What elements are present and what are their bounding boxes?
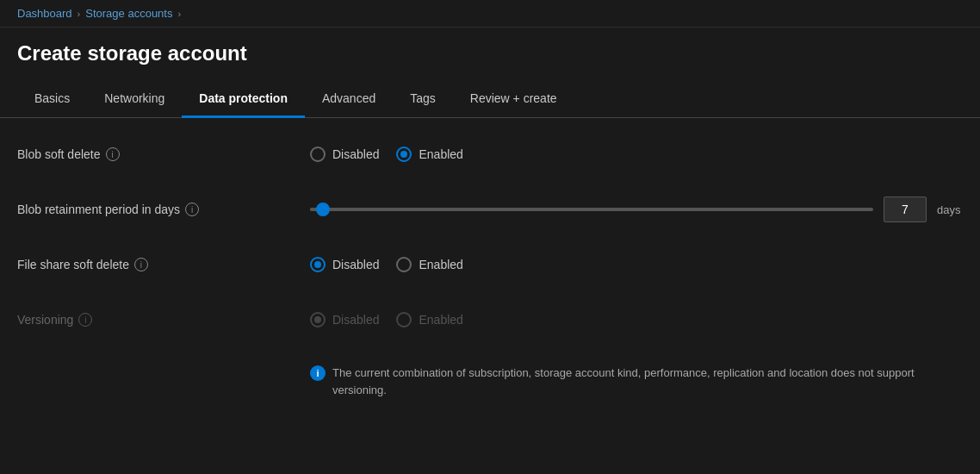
file-share-enabled-label: Enabled	[419, 258, 462, 271]
blob-soft-delete-disabled-option[interactable]: Disabled	[310, 147, 379, 162]
blob-retention-value-box[interactable]: 7	[884, 196, 927, 222]
breadcrumb-chevron-2: ›	[177, 9, 181, 19]
blob-soft-delete-label: Blob soft delete i	[17, 147, 310, 161]
file-share-disabled-label: Disabled	[332, 258, 379, 271]
file-share-enabled-option[interactable]: Enabled	[396, 257, 462, 272]
file-share-enabled-radio[interactable]	[396, 257, 412, 272]
blob-retention-info-icon[interactable]: i	[185, 203, 199, 216]
tab-review-create[interactable]: Review + create	[453, 83, 574, 118]
versioning-disabled-radio	[310, 312, 326, 327]
versioning-enabled-radio	[396, 312, 412, 327]
versioning-label: Versioning i	[17, 313, 310, 327]
file-share-disabled-radio[interactable]	[310, 257, 326, 272]
breadcrumb-chevron-1: ›	[78, 9, 81, 19]
blob-soft-delete-enabled-label: Enabled	[419, 147, 462, 161]
form-content: Blob soft delete i Disabled Enabled Blob…	[0, 118, 980, 424]
versioning-info-icon[interactable]: i	[78, 313, 92, 327]
tab-advanced[interactable]: Advanced	[305, 83, 393, 118]
file-share-soft-delete-label: File share soft delete i	[17, 258, 310, 271]
blob-soft-delete-enabled-radio-inner	[400, 151, 407, 158]
versioning-enabled-option: Enabled	[396, 312, 462, 327]
blob-soft-delete-controls: Disabled Enabled	[310, 147, 963, 162]
blob-retention-days-label: days	[937, 203, 963, 216]
blob-retention-slider-thumb[interactable]	[316, 203, 330, 216]
breadcrumb-dashboard[interactable]: Dashboard	[17, 7, 72, 20]
versioning-disabled-option: Disabled	[310, 312, 379, 327]
tab-basics[interactable]: Basics	[17, 83, 87, 118]
blob-soft-delete-enabled-radio[interactable]	[396, 147, 412, 162]
versioning-disabled-label: Disabled	[332, 313, 379, 327]
tab-networking[interactable]: Networking	[87, 83, 182, 118]
file-share-disabled-radio-inner	[314, 261, 321, 268]
file-share-disabled-option[interactable]: Disabled	[310, 257, 379, 272]
tab-tags[interactable]: Tags	[393, 83, 453, 118]
blob-soft-delete-info-icon[interactable]: i	[106, 147, 120, 161]
blob-retention-row: Blob retainment period in days i 7 days	[17, 194, 963, 225]
versioning-disabled-radio-inner	[314, 316, 321, 323]
blob-soft-delete-enabled-option[interactable]: Enabled	[396, 147, 462, 162]
tab-data-protection[interactable]: Data protection	[182, 83, 305, 118]
info-banner-icon: i	[310, 365, 326, 381]
blob-retention-label: Blob retainment period in days i	[17, 203, 310, 216]
file-share-soft-delete-info-icon[interactable]: i	[134, 258, 148, 271]
blob-soft-delete-disabled-label: Disabled	[332, 147, 379, 161]
blob-retention-slider-track[interactable]	[310, 208, 873, 211]
blob-retention-slider-container: 7 days	[310, 196, 963, 222]
file-share-soft-delete-controls: Disabled Enabled	[310, 257, 963, 272]
versioning-controls: Disabled Enabled	[310, 312, 963, 327]
info-banner-text: The current combination of subscription,…	[332, 365, 935, 398]
blob-soft-delete-disabled-radio[interactable]	[310, 147, 326, 162]
versioning-enabled-label: Enabled	[419, 313, 462, 327]
blob-soft-delete-row: Blob soft delete i Disabled Enabled	[17, 139, 963, 170]
tabs-bar: Basics Networking Data protection Advanc…	[0, 83, 980, 118]
breadcrumb: Dashboard › Storage accounts ›	[0, 0, 980, 28]
versioning-row: Versioning i Disabled Enabled	[17, 304, 963, 335]
page-title: Create storage account	[17, 41, 963, 65]
versioning-info-banner: i The current combination of subscriptio…	[310, 359, 963, 403]
breadcrumb-storage-accounts[interactable]: Storage accounts	[85, 7, 172, 20]
file-share-soft-delete-row: File share soft delete i Disabled Enable…	[17, 249, 963, 280]
page-header: Create storage account	[0, 28, 980, 83]
